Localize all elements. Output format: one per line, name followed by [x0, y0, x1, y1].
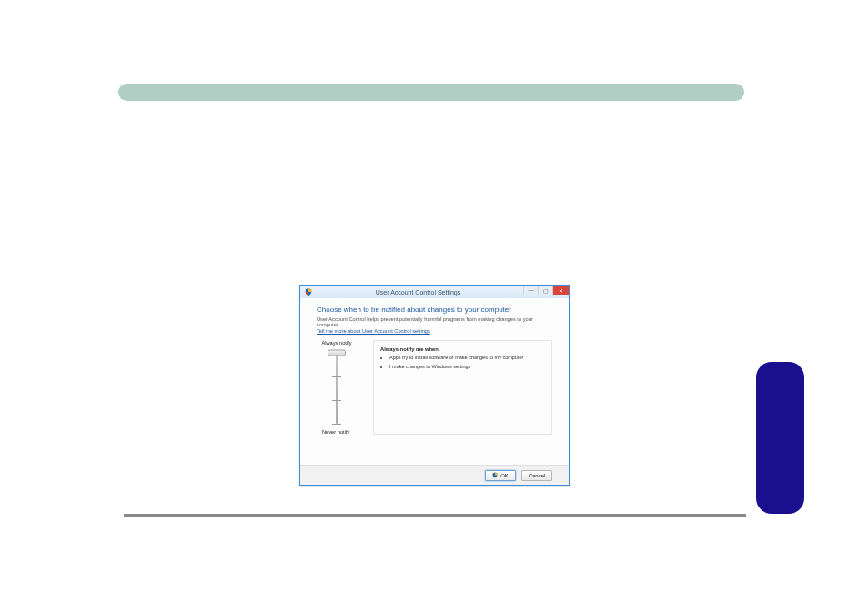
titlebar[interactable]: User Account Control Settings — ▢ ✕ [300, 286, 569, 298]
minimize-button[interactable]: — [523, 286, 538, 295]
cancel-button[interactable]: Cancel [521, 470, 552, 481]
slider-tick [332, 376, 341, 377]
page-header-bar [118, 84, 744, 101]
slider-column: Always notify Never notify [317, 340, 357, 435]
dialog-body: Always notify Never notify Always notify… [317, 340, 552, 435]
slider-bottom-label: Never notify [322, 429, 349, 435]
cancel-label: Cancel [529, 473, 546, 478]
slider-thumb[interactable] [328, 350, 346, 356]
shield-icon [304, 287, 313, 296]
shield-icon [492, 472, 498, 478]
slider-tick [332, 424, 341, 425]
footer-divider [124, 514, 746, 517]
dialog-subtext: User Account Control helps prevent poten… [317, 316, 552, 327]
slider-top-label: Always notify [321, 340, 351, 346]
description-list: Apps try to install software or make cha… [380, 355, 545, 370]
help-link[interactable]: Tell me more about User Account Control … [317, 328, 552, 334]
window-title: User Account Control Settings [313, 289, 523, 296]
maximize-button[interactable]: ▢ [538, 286, 552, 295]
slider-tick [332, 400, 341, 401]
close-button[interactable]: ✕ [552, 286, 569, 295]
dialog-heading: Choose when to be notified about changes… [317, 306, 552, 314]
button-bar: OK Cancel [300, 465, 569, 485]
ok-button[interactable]: OK [485, 470, 516, 481]
list-item: Apps try to install software or make cha… [389, 355, 545, 361]
description-title: Always notify me when: [380, 346, 545, 352]
uac-window: User Account Control Settings — ▢ ✕ Choo… [299, 285, 570, 486]
side-tab[interactable] [756, 362, 804, 514]
description-box: Always notify me when: Apps try to insta… [373, 340, 552, 435]
window-controls: — ▢ ✕ [523, 286, 569, 298]
ok-label: OK [500, 473, 509, 478]
dialog-content: Choose when to be notified about changes… [300, 298, 569, 435]
list-item: I make changes to Windows settings [389, 364, 545, 370]
uac-slider[interactable] [324, 347, 349, 427]
slider-track [336, 351, 338, 424]
